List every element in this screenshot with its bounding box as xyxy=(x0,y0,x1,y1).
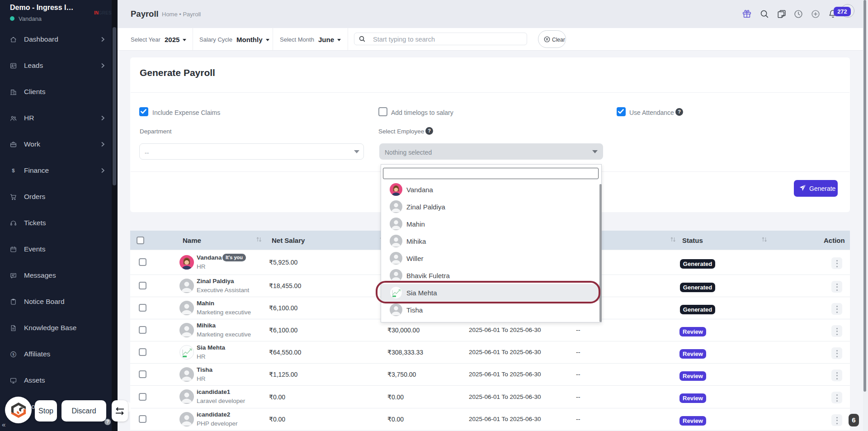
svg-text:$: $ xyxy=(12,352,14,356)
svg-text:$: $ xyxy=(12,168,15,173)
